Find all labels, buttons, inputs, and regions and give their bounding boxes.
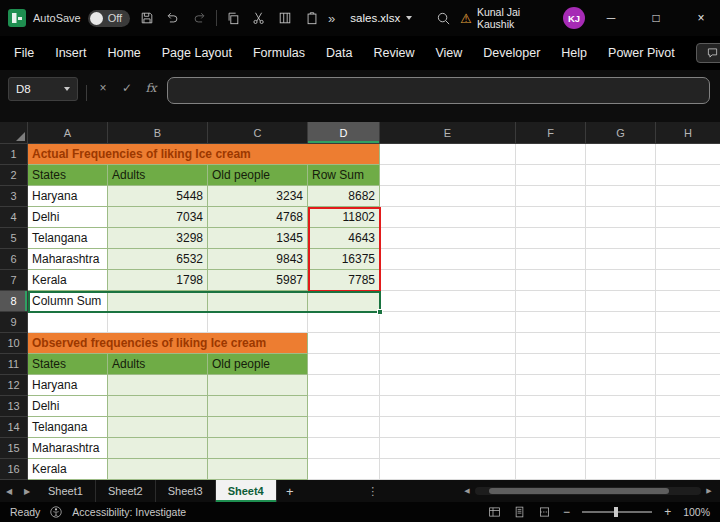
column-header-C[interactable]: C [208, 122, 308, 144]
tab-page-layout[interactable]: Page Layout [162, 46, 232, 60]
grid-cell[interactable] [516, 165, 586, 186]
tab-formulas[interactable]: Formulas [253, 46, 305, 60]
grid-cell[interactable] [516, 207, 586, 228]
grid-cell[interactable] [380, 354, 516, 375]
cell-C7[interactable]: 5987 [208, 270, 308, 291]
grid-cell[interactable] [586, 396, 656, 417]
cell-A1-title[interactable]: Actual Frequencies of liking Ice cream [28, 144, 380, 165]
cell-A13[interactable]: Delhi [28, 396, 108, 417]
grid-cell[interactable] [586, 438, 656, 459]
grid-cell[interactable] [656, 417, 720, 438]
cell-B4[interactable]: 7034 [108, 207, 208, 228]
grid-cell[interactable] [586, 165, 656, 186]
cell-D3[interactable]: 8682 [308, 186, 380, 207]
cell-B2[interactable]: Adults [108, 165, 208, 186]
grid-cell[interactable] [380, 396, 516, 417]
accessibility-status[interactable]: Accessibility: Investigate [72, 506, 186, 518]
zoom-in-button[interactable]: + [664, 505, 671, 519]
column-header-F[interactable]: F [516, 122, 586, 144]
row-header-7[interactable]: 7 [0, 270, 28, 291]
grid-cell[interactable] [516, 291, 586, 312]
column-header-A[interactable]: A [28, 122, 108, 144]
search-icon[interactable] [434, 8, 453, 28]
row-header-2[interactable]: 2 [0, 165, 28, 186]
cell-A16[interactable]: Kerala [28, 459, 108, 480]
clipboard-icon[interactable] [302, 8, 321, 28]
grid-cell[interactable] [308, 354, 380, 375]
grid-cell[interactable] [208, 312, 308, 333]
grid-cell[interactable] [380, 291, 516, 312]
grid-cell[interactable] [586, 459, 656, 480]
cell-C6[interactable]: 9843 [208, 249, 308, 270]
scrollbar-track[interactable] [475, 487, 701, 495]
zoom-out-button[interactable]: − [563, 505, 570, 519]
cell-A6[interactable]: Maharashtra [28, 249, 108, 270]
grid-cell[interactable] [380, 249, 516, 270]
cancel-entry-icon[interactable]: × [95, 77, 111, 95]
grid-cell[interactable] [516, 459, 586, 480]
toolbar-overflow-icon[interactable]: » [328, 11, 335, 26]
row-header-4[interactable]: 4 [0, 207, 28, 228]
grid-cell[interactable] [380, 186, 516, 207]
normal-view-icon[interactable] [488, 506, 501, 518]
cell-C5[interactable]: 1345 [208, 228, 308, 249]
row-header-3[interactable]: 3 [0, 186, 28, 207]
grid-cell[interactable] [380, 144, 516, 165]
horizontal-scrollbar[interactable]: ◀ ▶ [462, 487, 714, 495]
grid-cell[interactable] [586, 312, 656, 333]
page-layout-view-icon[interactable] [513, 506, 526, 518]
grid-cell[interactable] [380, 165, 516, 186]
tab-review[interactable]: Review [373, 46, 414, 60]
grid-cell[interactable] [516, 186, 586, 207]
name-box[interactable]: D8 [8, 77, 78, 101]
grid-cell[interactable] [516, 270, 586, 291]
grid-cell[interactable] [380, 375, 516, 396]
add-sheet-button[interactable]: + [277, 484, 303, 499]
grid-cell[interactable] [516, 228, 586, 249]
row-header-6[interactable]: 6 [0, 249, 28, 270]
cell-A3[interactable]: Haryana [28, 186, 108, 207]
row-header-1[interactable]: 1 [0, 144, 28, 165]
cell-B7[interactable]: 1798 [108, 270, 208, 291]
column-header-H[interactable]: H [656, 122, 720, 144]
page-break-view-icon[interactable] [538, 506, 551, 518]
filename-menu[interactable]: sales.xlsx [342, 12, 420, 24]
autosave-toggle[interactable]: Off [88, 10, 130, 27]
grid-cell[interactable] [656, 459, 720, 480]
grid-cell[interactable] [308, 396, 380, 417]
grid-cell[interactable] [380, 417, 516, 438]
grid-cell[interactable] [656, 354, 720, 375]
grid-cell[interactable] [380, 228, 516, 249]
formula-input[interactable] [167, 77, 710, 104]
cell-D2[interactable]: Row Sum [308, 165, 380, 186]
cell-A14[interactable]: Telangana [28, 417, 108, 438]
grid-cell[interactable] [308, 438, 380, 459]
grid-cell[interactable] [656, 291, 720, 312]
cell-C11[interactable]: Old people [208, 354, 308, 375]
tab-view[interactable]: View [435, 46, 462, 60]
select-all-corner[interactable] [0, 122, 28, 144]
grid-cell[interactable] [308, 417, 380, 438]
zoom-slider-knob[interactable] [614, 507, 618, 517]
grid-cell[interactable] [308, 333, 380, 354]
grid-cell[interactable] [308, 312, 380, 333]
copy-icon[interactable] [224, 8, 243, 28]
grid-cell[interactable] [516, 438, 586, 459]
cut-icon[interactable] [250, 8, 269, 28]
account-menu[interactable]: ⚠ Kunal Jai Kaushik [460, 6, 556, 30]
grid-cell[interactable] [586, 375, 656, 396]
save-icon[interactable] [137, 8, 156, 28]
row-header-16[interactable]: 16 [0, 459, 28, 480]
grid-cell[interactable] [380, 270, 516, 291]
grid-cell[interactable] [108, 312, 208, 333]
grid-cell[interactable] [586, 207, 656, 228]
maximize-button[interactable]: □ [637, 0, 675, 36]
cell-A15[interactable]: Maharashtra [28, 438, 108, 459]
grid-cell[interactable] [516, 333, 586, 354]
cell-A7[interactable]: Kerala [28, 270, 108, 291]
scroll-left-icon[interactable]: ◀ [462, 487, 472, 495]
grid-cell[interactable] [656, 375, 720, 396]
scroll-right-icon[interactable]: ▶ [704, 487, 714, 495]
row-header-15[interactable]: 15 [0, 438, 28, 459]
cell-A4[interactable]: Delhi [28, 207, 108, 228]
